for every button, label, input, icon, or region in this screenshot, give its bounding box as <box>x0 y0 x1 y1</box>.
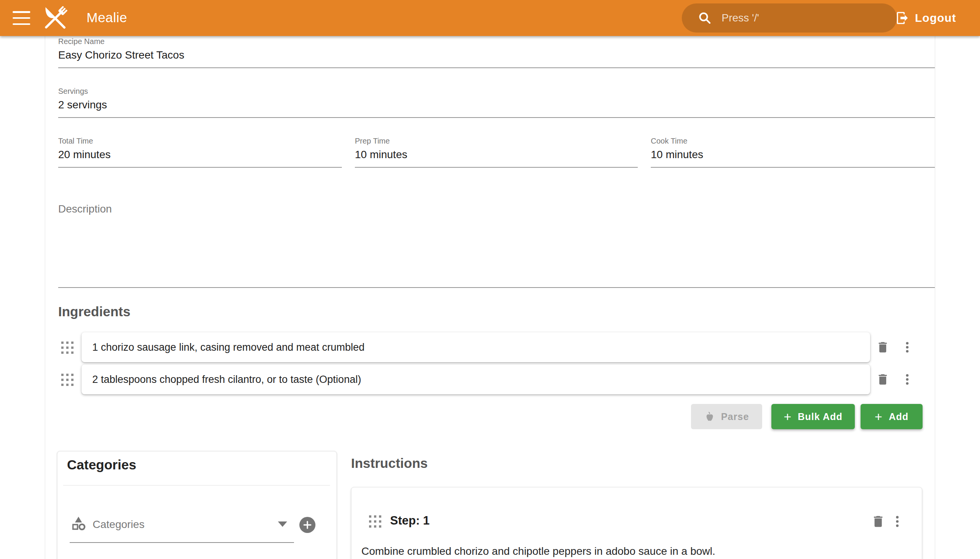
parse-button[interactable]: Parse <box>691 404 762 429</box>
logout-button[interactable]: Logout <box>895 0 956 36</box>
chevron-down-icon[interactable] <box>278 521 287 527</box>
logout-icon <box>895 11 910 25</box>
search-icon <box>698 11 712 25</box>
delete-ingredient-icon[interactable] <box>874 339 891 356</box>
mealie-logo-icon[interactable] <box>40 3 70 35</box>
step-text-field[interactable]: Combine crumbled chorizo and chipotle pe… <box>361 545 905 557</box>
servings-field[interactable]: 2 servings <box>58 99 107 111</box>
ingredient-row[interactable]: 2 tablespoons chopped fresh cilantro, or… <box>81 364 870 394</box>
step-title: Step: 1 <box>390 514 430 528</box>
prep-time-field[interactable]: 10 minutes <box>355 149 407 161</box>
plus-icon <box>302 520 312 530</box>
drag-handle-icon[interactable] <box>61 374 73 386</box>
ingredient-text: 1 chorizo sausage link, casing removed a… <box>92 342 364 353</box>
instructions-heading: Instructions <box>351 456 428 471</box>
prep-time-label: Prep Time <box>355 137 390 146</box>
cook-time-label: Cook Time <box>651 137 687 146</box>
recipe-name-field[interactable]: Easy Chorizo Street Tacos <box>58 49 184 61</box>
total-time-label: Total Time <box>58 137 93 146</box>
add-ingredient-button[interactable]: + Add <box>861 404 922 429</box>
bulk-add-label: Bulk Add <box>798 411 843 422</box>
ingredient-menu-icon[interactable] <box>899 339 916 356</box>
apple-icon <box>704 411 716 422</box>
description-underline <box>58 287 935 288</box>
app-title: Mealie <box>86 0 127 36</box>
shapes-icon <box>70 515 86 533</box>
plus-icon: + <box>783 410 792 423</box>
add-label: Add <box>889 411 909 422</box>
ingredient-menu-icon[interactable] <box>899 371 916 388</box>
cook-time-underline <box>651 167 935 168</box>
categories-select-underline <box>70 542 294 543</box>
description-field[interactable] <box>58 230 935 283</box>
plus-icon: + <box>875 410 883 423</box>
delete-step-icon[interactable] <box>870 513 887 530</box>
servings-underline <box>58 117 935 118</box>
search-input[interactable]: Press '/' <box>682 3 897 33</box>
drag-handle-icon[interactable] <box>369 515 381 528</box>
categories-select[interactable]: Categories <box>93 518 144 531</box>
total-time-field[interactable]: 20 minutes <box>58 149 111 161</box>
ingredient-row[interactable]: 1 chorizo sausage link, casing removed a… <box>81 332 870 362</box>
prep-time-underline <box>355 167 638 168</box>
divider <box>63 485 330 486</box>
logout-label: Logout <box>915 12 956 25</box>
recipe-name-label: Recipe Name <box>58 37 104 46</box>
delete-ingredient-icon[interactable] <box>874 371 891 388</box>
menu-icon[interactable] <box>13 11 30 25</box>
recipe-name-underline <box>58 68 935 68</box>
app-header: Mealie Press '/' Logout <box>0 0 980 36</box>
ingredient-text: 2 tablespoons chopped fresh cilantro, or… <box>92 374 361 385</box>
ingredients-heading: Ingredients <box>58 304 131 319</box>
categories-heading: Categories <box>67 457 136 473</box>
bulk-add-button[interactable]: + Bulk Add <box>771 404 855 429</box>
search-placeholder: Press '/' <box>722 12 759 24</box>
drag-handle-icon[interactable] <box>61 342 73 354</box>
total-time-underline <box>58 167 342 168</box>
add-category-button[interactable] <box>299 517 316 533</box>
parse-label: Parse <box>721 411 749 422</box>
description-label: Description <box>58 203 112 215</box>
cook-time-field[interactable]: 10 minutes <box>651 149 703 161</box>
servings-label: Servings <box>58 87 88 96</box>
step-menu-icon[interactable] <box>889 513 906 530</box>
